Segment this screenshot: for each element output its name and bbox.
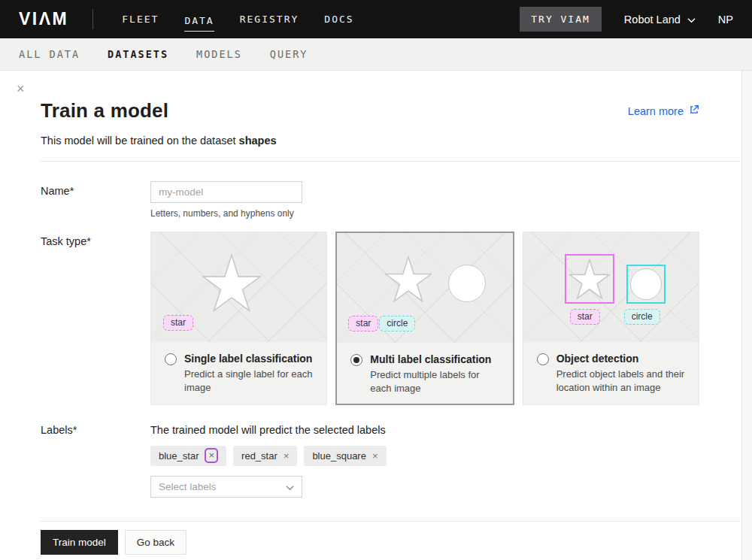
chevron-down-icon — [286, 480, 294, 494]
radio-multi-label[interactable] — [350, 354, 362, 366]
go-back-button[interactable]: Go back — [125, 530, 186, 555]
external-link-icon — [689, 104, 699, 117]
star-bounding-box — [565, 254, 614, 304]
circle-shape — [448, 265, 486, 302]
tab-query[interactable]: QUERY — [270, 48, 308, 60]
chevron-down-icon — [687, 14, 696, 26]
chip-label: red_star — [241, 450, 277, 462]
viam-logo[interactable]: VIΛM — [19, 9, 68, 29]
task-option-description: Predict object labels and their location… — [556, 368, 687, 394]
close-icon[interactable]: × — [17, 82, 25, 95]
user-avatar[interactable]: NP — [718, 14, 733, 26]
chip-label: blue_square — [312, 450, 366, 462]
labels-label: Labels* — [41, 420, 150, 498]
circle-shape — [630, 268, 662, 300]
nav-item-docs[interactable]: DOCS — [324, 11, 353, 28]
try-viam-button[interactable]: TRY VIAM — [520, 7, 602, 32]
star-shape — [202, 253, 261, 312]
radio-single-label[interactable] — [165, 353, 177, 365]
chip-blue-star: blue_star × — [150, 446, 226, 466]
task-option-title: Multi label classification — [370, 353, 500, 365]
star-label-tag: star — [570, 309, 600, 325]
circle-label-tag: circle — [624, 309, 660, 325]
train-model-button[interactable]: Train model — [41, 530, 118, 555]
selected-label-chips: blue_star × red_star × blue_square × — [150, 446, 387, 466]
dataset-subtitle: This model will be trained on the datase… — [41, 135, 699, 147]
tab-datasets[interactable]: DATASETS — [108, 48, 168, 60]
nav-item-registry[interactable]: REGISTRY — [240, 11, 299, 28]
tab-models[interactable]: MODELS — [196, 48, 242, 60]
remove-chip-icon[interactable]: × — [372, 451, 378, 461]
nav-item-fleet[interactable]: FLEET — [122, 11, 159, 28]
name-helper-text: Letters, numbers, and hyphens only — [150, 208, 302, 219]
star-shape — [569, 259, 610, 299]
task-card-multi-label-preview: star circle — [337, 233, 512, 343]
task-option-description: Predict multiple labels for each image — [370, 368, 500, 395]
model-name-input[interactable] — [150, 181, 302, 203]
select-labels-dropdown[interactable]: Select labels — [150, 476, 302, 498]
dataset-name: shapes — [239, 135, 277, 147]
topnav-items: FLEET DATA REGISTRY DOCS — [122, 11, 353, 28]
task-card-single-label[interactable]: star Single label classification Predict… — [150, 232, 327, 405]
task-card-object-detection-preview: star circle — [523, 232, 699, 342]
subtitle-text: This model will be trained on the datase… — [41, 135, 236, 147]
name-row: Name* Letters, numbers, and hyphens only — [41, 181, 752, 219]
scroll-gutter — [741, 71, 752, 560]
train-model-panel: × Train a model Learn more This model wi… — [0, 71, 752, 560]
remove-chip-icon[interactable]: × — [284, 451, 290, 461]
task-option-description: Predict a single label for each image — [184, 368, 314, 394]
nav-divider — [92, 9, 93, 29]
task-option-title: Single label classification — [184, 353, 314, 365]
star-label-tag: star — [163, 315, 193, 331]
org-selector[interactable]: Robot Land — [624, 14, 696, 26]
task-type-row: Task type* star Single label classificat… — [41, 232, 752, 405]
labels-description: The trained model will predict the selec… — [150, 420, 387, 436]
task-option-title: Object detection — [556, 353, 687, 365]
chip-label: blue_star — [159, 450, 199, 462]
task-card-multi-label[interactable]: star circle Multi label classification P… — [335, 232, 514, 405]
task-card-single-label-preview: star — [151, 232, 326, 342]
labels-row: Labels* The trained model will predict t… — [41, 420, 752, 498]
star-label-tag: star — [348, 316, 378, 331]
task-card-object-detection[interactable]: star circle Object detection Predict obj… — [523, 232, 699, 405]
remove-chip-icon[interactable]: × — [205, 448, 218, 463]
top-navigation: VIΛM FLEET DATA REGISTRY DOCS TRY VIAM R… — [0, 0, 752, 38]
footer-divider — [41, 521, 741, 522]
nav-item-data[interactable]: DATA — [184, 12, 214, 32]
circle-label-tag: circle — [379, 316, 415, 331]
data-sub-navigation: ALL DATA DATASETS MODELS QUERY — [0, 38, 752, 71]
learn-more-label: Learn more — [628, 105, 684, 117]
star-shape — [385, 256, 432, 302]
chip-blue-square: blue_square × — [304, 446, 386, 466]
tab-all-data[interactable]: ALL DATA — [19, 48, 80, 60]
org-name-label: Robot Land — [624, 14, 681, 26]
radio-object-detection[interactable] — [537, 353, 549, 365]
chip-red-star: red_star × — [233, 446, 297, 466]
page-title: Train a model — [41, 99, 168, 123]
task-type-label: Task type* — [41, 232, 150, 405]
name-label: Name* — [41, 181, 150, 219]
circle-bounding-box — [626, 265, 666, 304]
learn-more-link[interactable]: Learn more — [628, 104, 699, 117]
select-labels-placeholder: Select labels — [159, 481, 217, 492]
